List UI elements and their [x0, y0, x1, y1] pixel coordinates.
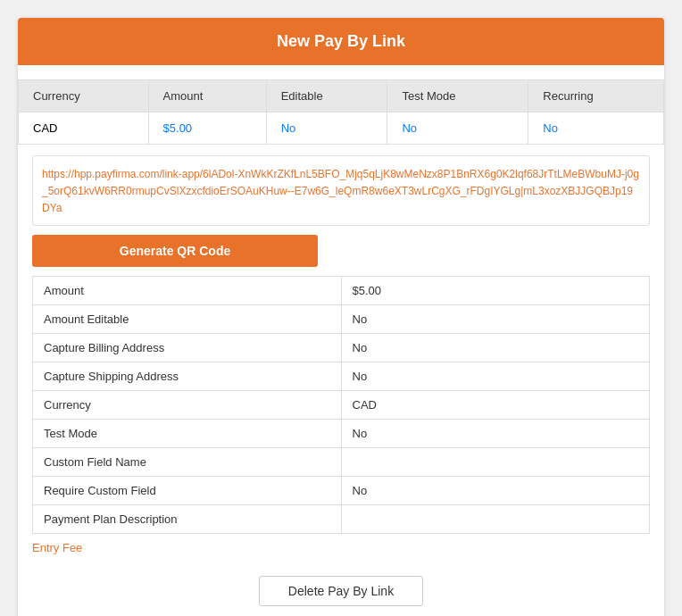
entry-fee-link[interactable]: Entry Fee: [32, 541, 650, 554]
col-recurring: Recurring: [528, 80, 664, 112]
summary-amount: $5.00: [148, 112, 266, 145]
detail-value: $5.00: [341, 277, 650, 305]
generate-qr-button[interactable]: Generate QR Code: [32, 235, 318, 267]
detail-row: Amount EditableNo: [33, 305, 650, 334]
summary-recurring: No: [528, 112, 664, 145]
detail-row: Amount$5.00: [33, 277, 650, 305]
summary-test-mode: No: [387, 112, 528, 145]
detail-label: Test Mode: [33, 420, 342, 448]
detail-value: CAD: [341, 391, 650, 420]
detail-row: Payment Plan Description: [33, 505, 650, 534]
detail-value: No: [341, 334, 650, 362]
detail-row: Test ModeNo: [33, 420, 650, 448]
summary-table: Currency Amount Editable Test Mode Recur…: [18, 79, 664, 145]
delete-pay-by-link-button[interactable]: Delete Pay By Link: [259, 576, 423, 606]
detail-row: Capture Billing AddressNo: [33, 334, 650, 362]
detail-label: Currency: [33, 391, 342, 420]
page-title: New Pay By Link: [277, 32, 405, 50]
summary-row: CAD $5.00 No No No: [19, 112, 664, 145]
detail-value: [341, 505, 650, 534]
detail-label: Amount Editable: [33, 305, 342, 334]
pay-by-link-card: New Pay By Link Currency Amount Editable…: [18, 18, 664, 616]
header-bar: New Pay By Link: [18, 18, 664, 65]
detail-value: No: [341, 420, 650, 448]
details-table: Amount$5.00Amount EditableNoCapture Bill…: [32, 276, 650, 534]
col-currency: Currency: [19, 80, 149, 112]
payment-link-url[interactable]: https://hpp.payfirma.com/link-app/6lADol…: [42, 168, 639, 214]
detail-label: Amount: [33, 277, 342, 305]
detail-value: No: [341, 362, 650, 391]
detail-label: Custom Field Name: [33, 448, 342, 477]
summary-currency: CAD: [19, 112, 149, 145]
detail-label: Payment Plan Description: [33, 505, 342, 534]
col-amount: Amount: [148, 80, 266, 112]
link-box: https://hpp.payfirma.com/link-app/6lADol…: [32, 155, 650, 226]
detail-row: Capture Shipping AddressNo: [33, 362, 650, 391]
detail-label: Capture Shipping Address: [33, 362, 342, 391]
detail-value: No: [341, 477, 650, 505]
detail-row: Custom Field Name: [33, 448, 650, 477]
qr-button-wrapper: Generate QR Code: [32, 235, 650, 267]
delete-button-wrapper: Delete Pay By Link: [18, 562, 664, 616]
detail-label: Require Custom Field: [33, 477, 342, 505]
detail-value: No: [341, 305, 650, 334]
summary-editable: No: [266, 112, 387, 145]
col-editable: Editable: [266, 80, 387, 112]
detail-value: [341, 448, 650, 477]
detail-row: Require Custom FieldNo: [33, 477, 650, 505]
detail-row: CurrencyCAD: [33, 391, 650, 420]
detail-label: Capture Billing Address: [33, 334, 342, 362]
col-test-mode: Test Mode: [387, 80, 528, 112]
